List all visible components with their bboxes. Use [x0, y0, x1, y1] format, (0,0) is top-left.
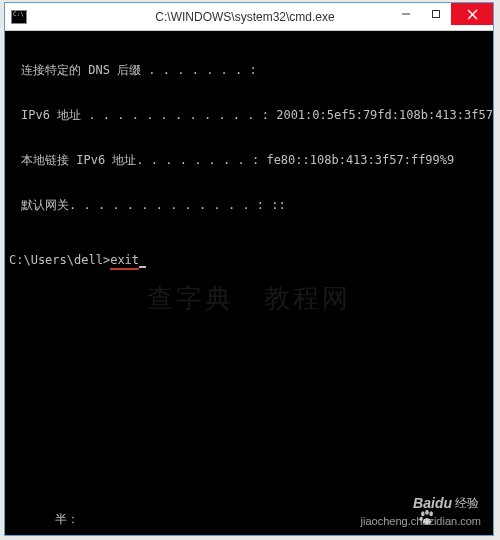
cmd-icon — [11, 10, 27, 24]
cursor — [139, 266, 146, 268]
close-button[interactable] — [451, 3, 493, 25]
maximize-button[interactable] — [421, 3, 451, 25]
watermark-center: 查字典 教程网 — [5, 291, 493, 306]
jingyan-text: 经验 — [455, 496, 479, 511]
output-line: 连接特定的 DNS 后缀 . . . . . . . : — [9, 63, 489, 78]
output-line: 默认网关. . . . . . . . . . . . . : :: — [9, 198, 489, 213]
typed-command: exit — [110, 253, 139, 270]
ime-status: 半： — [55, 512, 79, 527]
prompt: C:\Users\dell> — [9, 253, 110, 267]
baidu-text: Baidu — [413, 496, 452, 511]
titlebar[interactable]: C:\WINDOWS\system32\cmd.exe — [5, 3, 493, 31]
output-line: 本地链接 IPv6 地址. . . . . . . . : fe80::108b… — [9, 153, 489, 168]
minimize-button[interactable] — [391, 3, 421, 25]
cmd-window: C:\WINDOWS\system32\cmd.exe 连接特定的 DNS 后缀… — [4, 2, 494, 536]
svg-point-4 — [421, 511, 425, 516]
svg-point-5 — [425, 510, 429, 515]
svg-point-6 — [429, 511, 433, 516]
svg-rect-1 — [433, 11, 440, 18]
watermark-url: jiaocheng.chazidian.com — [361, 514, 481, 529]
output-line: IPv6 地址 . . . . . . . . . . . . : 2001:0… — [9, 108, 489, 123]
window-controls — [391, 3, 493, 25]
paw-icon — [390, 493, 410, 513]
terminal-output[interactable]: 连接特定的 DNS 后缀 . . . . . . . : IPv6 地址 . .… — [5, 31, 493, 535]
svg-point-7 — [419, 517, 422, 521]
watermark-baidu: Baidu 经验 — [390, 493, 479, 513]
prompt-line: C:\Users\dell>exit — [9, 253, 489, 269]
